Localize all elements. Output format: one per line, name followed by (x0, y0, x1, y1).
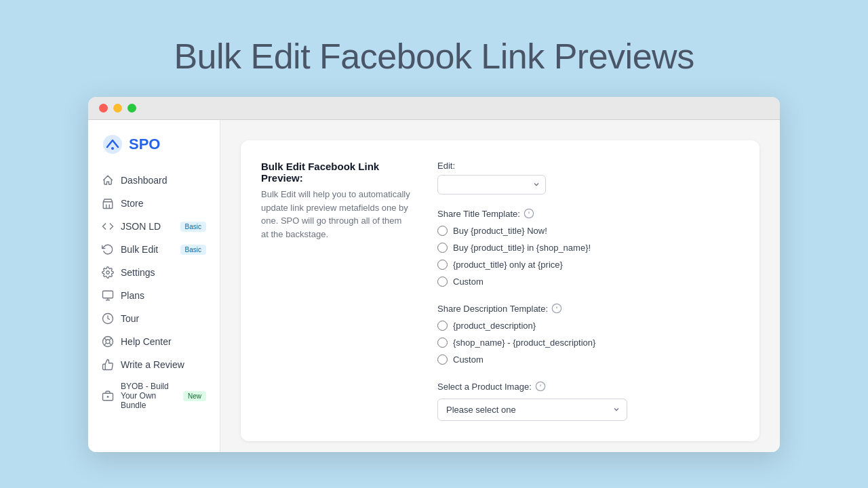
logo-area: SPO (88, 134, 220, 169)
share-title-label: Share Title Template: (437, 208, 739, 219)
browser-content: SPO Dashboard Store (88, 120, 780, 452)
share-description-info-icon[interactable] (551, 303, 562, 314)
svg-point-5 (106, 271, 110, 274)
svg-line-12 (104, 338, 106, 340)
sidebar-item-store[interactable]: Store (88, 192, 220, 215)
share-desc-label-3: Custom (453, 354, 484, 365)
svg-point-0 (103, 135, 122, 154)
product-image-select[interactable]: Please select one (437, 399, 627, 421)
sidebar-item-settings[interactable]: Settings (88, 261, 220, 284)
svg-point-11 (106, 340, 110, 344)
settings-icon (102, 266, 114, 279)
share-description-option-2[interactable]: {shop_name} - {product_description} (437, 338, 739, 348)
share-title-option-1[interactable]: Buy {product_title} Now! (437, 226, 739, 236)
sidebar-item-write-review[interactable]: Write a Review (88, 353, 220, 376)
sidebar-item-dashboard-label: Dashboard (121, 175, 167, 186)
share-desc-label-2: {shop_name} - {product_description} (453, 338, 595, 348)
sidebar-item-json-ld-label: JSON LD (121, 221, 161, 232)
logo-icon (102, 134, 123, 155)
product-image-select-wrapper: Please select one (437, 399, 627, 421)
sidebar-item-byob-label: BYOB - Build Your Own Bundle (121, 382, 176, 410)
sidebar-item-bulk-edit-label: Bulk Edit (121, 244, 158, 255)
share-title-label-1: Buy {product_title} Now! (453, 226, 547, 236)
sidebar-item-byob[interactable]: BYOB - Build Your Own Bundle New (88, 376, 220, 415)
form-description: Bulk Edit Facebook Link Preview: Bulk Ed… (261, 161, 410, 421)
share-title-option-3[interactable]: {product_title} only at {price} (437, 260, 739, 270)
form-layout: Bulk Edit Facebook Link Preview: Bulk Ed… (261, 161, 739, 421)
section-desc: Bulk Edit will help you to automatically… (261, 188, 410, 241)
share-desc-radio-3[interactable] (437, 354, 448, 365)
edit-select[interactable] (437, 175, 546, 195)
browser-titlebar (88, 97, 780, 120)
svg-line-15 (104, 343, 106, 345)
share-title-radio-3[interactable] (437, 260, 448, 270)
sidebar-item-store-label: Store (121, 198, 143, 209)
share-title-radio-2[interactable] (437, 243, 448, 253)
plans-icon (102, 289, 114, 302)
browser-window: SPO Dashboard Store (88, 97, 780, 452)
share-title-option-2[interactable]: Buy {product_title} in {shop_name}! (437, 243, 739, 253)
close-button[interactable] (99, 104, 108, 113)
help-icon (102, 336, 114, 348)
byob-badge: New (183, 391, 206, 401)
share-description-option-3[interactable]: Custom (437, 354, 739, 365)
refresh-icon (102, 243, 114, 256)
product-image-info-icon[interactable] (535, 381, 546, 392)
review-icon (102, 359, 114, 371)
section-title: Bulk Edit Facebook Link Preview: (261, 161, 410, 184)
edit-select-wrapper (437, 175, 546, 195)
svg-line-14 (109, 338, 111, 340)
content-card: Bulk Edit Facebook Link Preview: Bulk Ed… (241, 140, 760, 441)
share-desc-radio-2[interactable] (437, 338, 448, 348)
svg-point-1 (111, 147, 114, 150)
share-title-info-icon[interactable] (524, 208, 534, 219)
share-title-radio-group: Buy {product_title} Now! Buy {product_ti… (437, 226, 739, 287)
sidebar-item-dashboard[interactable]: Dashboard (88, 169, 220, 192)
product-image-label: Select a Product Image: (437, 381, 739, 392)
share-title-label-2: Buy {product_title} in {shop_name}! (453, 243, 591, 253)
edit-label: Edit: (437, 161, 739, 171)
sidebar-item-json-ld[interactable]: JSON LD Basic (88, 215, 220, 238)
main-content: Bulk Edit Facebook Link Preview: Bulk Ed… (220, 120, 780, 452)
share-title-option-4[interactable]: Custom (437, 277, 739, 287)
svg-rect-2 (103, 202, 113, 209)
sidebar: SPO Dashboard Store (88, 120, 220, 452)
sidebar-item-help-center[interactable]: Help Center (88, 330, 220, 353)
sidebar-item-tour[interactable]: Tour (88, 307, 220, 330)
maximize-button[interactable] (127, 104, 136, 113)
sidebar-item-plans-label: Plans (121, 290, 144, 301)
bulk-edit-badge: Basic (180, 245, 206, 255)
logo-text: SPO (129, 136, 160, 153)
sidebar-item-bulk-edit[interactable]: Bulk Edit Basic (88, 238, 220, 261)
sidebar-item-write-review-label: Write a Review (121, 359, 184, 370)
page-title: Bulk Edit Facebook Link Previews (174, 36, 694, 77)
share-description-label: Share Description Template: (437, 303, 739, 314)
share-title-radio-4[interactable] (437, 277, 448, 287)
clock-icon (102, 312, 114, 325)
json-ld-badge: Basic (180, 222, 206, 232)
svg-line-13 (109, 343, 111, 345)
share-description-option-1[interactable]: {product_description} (437, 321, 739, 331)
share-desc-label-1: {product_description} (453, 321, 536, 331)
share-title-radio-1[interactable] (437, 226, 448, 236)
sidebar-item-settings-label: Settings (121, 267, 155, 278)
form-fields: Edit: Share Title (437, 161, 739, 421)
code-icon (102, 220, 114, 232)
bundle-icon (102, 390, 114, 402)
minimize-button[interactable] (113, 104, 122, 113)
share-desc-radio-1[interactable] (437, 321, 448, 331)
share-title-label-3: {product_title} only at {price} (453, 260, 563, 270)
share-description-radio-group: {product_description} {shop_name} - {pro… (437, 321, 739, 365)
sidebar-item-plans[interactable]: Plans (88, 284, 220, 307)
share-title-label-4: Custom (453, 277, 484, 287)
svg-rect-6 (103, 291, 113, 298)
sidebar-item-help-center-label: Help Center (121, 336, 172, 347)
sidebar-item-tour-label: Tour (121, 313, 139, 324)
store-icon (102, 197, 114, 209)
home-icon (102, 174, 114, 186)
